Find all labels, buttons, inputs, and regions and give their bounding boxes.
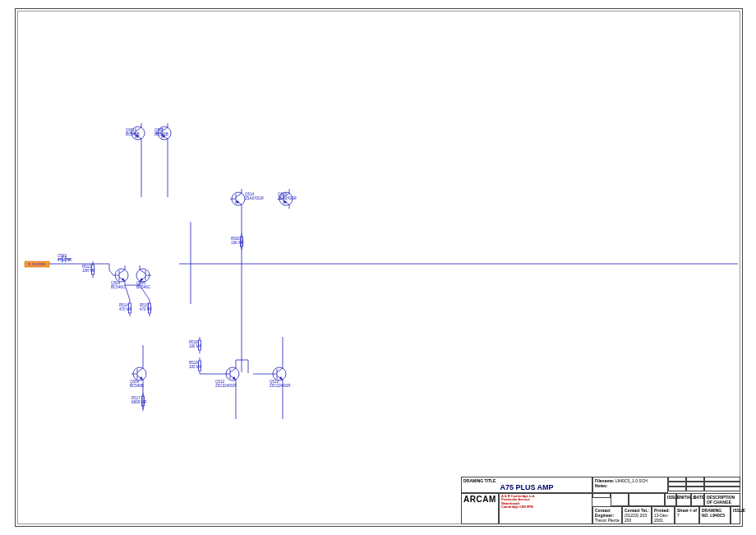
svg-text:BC546C: BC546C xyxy=(136,285,151,289)
component-q505: Q505 BC546C xyxy=(136,265,151,289)
schematic-canvas: R_OUTDRV C503 47pF MF R513 10R MF Q504 B… xyxy=(15,8,741,527)
svg-line-49 xyxy=(125,285,130,300)
svg-text:2SA970GR: 2SA970GR xyxy=(245,196,265,201)
sheet-num: 4 xyxy=(689,508,692,513)
svg-text:BC546B: BC546B xyxy=(126,132,140,136)
notes-label: Notes: xyxy=(595,483,608,488)
issue-label: ISSUE xyxy=(731,506,740,524)
component-q501: Q501 BC546B xyxy=(126,123,145,143)
component-q504: Q504 BC546C xyxy=(111,265,128,289)
svg-text:2SC2240GR: 2SC2240GR xyxy=(215,384,237,388)
title-block: DRAWING TITLE A75 PLUS AMP Filename: L94… xyxy=(461,477,740,524)
rev-hdr-initials: INITIALS xyxy=(676,493,691,506)
component-q513: Q513 2SC2240GR xyxy=(270,364,291,388)
schematic-page: R_OUTDRV C503 47pF MF R513 10R MF Q504 B… xyxy=(0,0,756,535)
contact-tel: (01223) 203 200 xyxy=(625,513,647,523)
rev-hdr-issue: ISSUE xyxy=(665,493,676,506)
brand-logo: ARCAM xyxy=(463,495,496,504)
component-r515: R515 470 MF xyxy=(140,300,153,316)
svg-line-37 xyxy=(109,270,113,275)
svg-text:470 MF: 470 MF xyxy=(140,307,153,311)
svg-text:BC546B: BC546B xyxy=(154,132,168,136)
svg-text:2SC2240GR: 2SC2240GR xyxy=(270,384,291,388)
svg-text:R_OUTDRV: R_OUTDRV xyxy=(28,262,46,266)
rev-hdr-date: DATE xyxy=(691,493,704,506)
svg-text:470 MF: 470 MF xyxy=(119,307,132,311)
svg-text:100 MF: 100 MF xyxy=(189,365,202,369)
drawing-title: A75 PLUS AMP xyxy=(463,483,590,491)
component-q507: Q507 BC546B xyxy=(154,123,171,143)
component-q515: Q515 2SA970GR xyxy=(278,189,297,209)
svg-text:47pF MF: 47pF MF xyxy=(58,258,72,262)
rev-hdr-desc: DESCRIPTION OF CHANGE xyxy=(704,493,740,506)
address-line4: Cambridge CB5 9PB xyxy=(501,505,590,509)
sheet-total: 7 xyxy=(677,513,680,518)
contact-engineer: Trevor Pierce xyxy=(595,518,620,523)
component-r519: R519 100 MF xyxy=(189,357,202,374)
component-q514: Q514 2SA970GR xyxy=(230,189,265,209)
printed-date: 13-Dec-2001 xyxy=(654,513,669,523)
component-r502: R502 13K MF xyxy=(231,233,244,250)
port-r-outdrv: R_OUTDRV xyxy=(25,261,49,267)
component-r514: R514 470 MF xyxy=(119,300,132,316)
svg-text:10R MF: 10R MF xyxy=(82,269,95,273)
svg-text:BC546B: BC546B xyxy=(130,384,144,388)
svg-text:680R MF: 680R MF xyxy=(131,400,147,404)
filename-value: L940C5_1.0.SCH xyxy=(615,478,648,483)
component-q509: Q509 BC546B xyxy=(130,364,146,388)
component-c503: C503 47pF MF xyxy=(58,254,72,262)
svg-text:2SA970GR: 2SA970GR xyxy=(278,196,297,201)
svg-text:13K MF: 13K MF xyxy=(231,241,244,245)
component-r518: R518 100 MF xyxy=(189,337,202,353)
drawing-no: L940C5 xyxy=(710,513,725,518)
svg-text:100 MF: 100 MF xyxy=(189,344,202,348)
component-r517: R517 680R MF xyxy=(131,393,147,409)
svg-text:BC546C: BC546C xyxy=(111,285,126,289)
